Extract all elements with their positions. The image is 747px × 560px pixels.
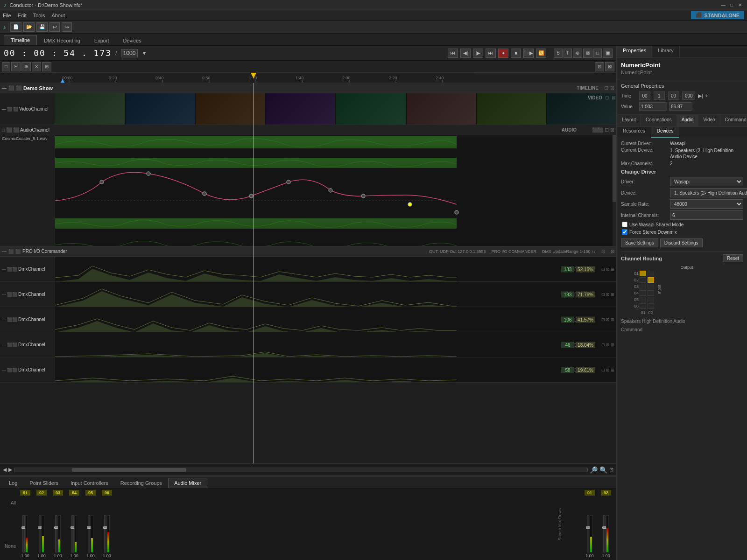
routing-cell-4-1[interactable] bbox=[648, 297, 654, 302]
timeline-ruler[interactable]: -0:18 00:00 0:20 0:40 0:60 1:20 1:40 2:0… bbox=[0, 73, 616, 83]
pro-io-ctrl[interactable]: ⊠ bbox=[611, 249, 614, 254]
time-h-field[interactable] bbox=[639, 91, 650, 100]
ac-expand[interactable]: ⊡ bbox=[605, 127, 609, 133]
dmx3-icons-more[interactable]: ⊞ bbox=[611, 317, 614, 322]
transport-stop[interactable]: ■ bbox=[511, 49, 521, 58]
tl-btn-4[interactable]: ✕ bbox=[32, 62, 41, 71]
group-collapse-btn[interactable]: — bbox=[2, 85, 7, 91]
routing-cell-5-0[interactable] bbox=[640, 303, 646, 309]
toolbar-btn-new[interactable]: 📄 bbox=[10, 22, 21, 32]
rpanel-command-lists-tab[interactable]: Command Lists bbox=[720, 115, 747, 126]
rpanel-tab-properties[interactable]: Properties bbox=[617, 46, 652, 57]
driver-select[interactable]: Wasapi ASIO DirectSound bbox=[670, 177, 743, 186]
tool-btn-4[interactable]: ⊠ bbox=[583, 49, 592, 58]
routing-cell-2-0[interactable] bbox=[640, 284, 646, 289]
time-s-field[interactable] bbox=[668, 91, 679, 100]
bottom-tab-input-controllers[interactable]: Input Controllers bbox=[64, 478, 114, 488]
tl-btn-2[interactable]: ✂ bbox=[11, 62, 21, 71]
ac-mix-icon[interactable]: ⬛⬛ bbox=[592, 127, 603, 133]
routing-reset-btn[interactable]: Reset bbox=[723, 254, 743, 262]
pro-io-collapse[interactable]: — bbox=[2, 249, 7, 254]
resources-subtab[interactable]: Resources bbox=[617, 127, 651, 138]
zoom-fit-btn[interactable]: ⊡ bbox=[609, 467, 613, 473]
routing-cell-5-1[interactable] bbox=[648, 303, 654, 309]
routing-cell-4-0[interactable] bbox=[640, 297, 646, 302]
ac-ctrl[interactable]: ⊠ bbox=[610, 127, 614, 133]
transport-to-start[interactable]: ⏮ bbox=[448, 49, 458, 58]
force-stereo-checkbox[interactable] bbox=[622, 229, 627, 235]
close-btn[interactable]: ✕ bbox=[737, 2, 743, 8]
dmx4-icons-expand[interactable]: ⊡ bbox=[601, 343, 605, 347]
routing-cell-0-1[interactable] bbox=[648, 271, 654, 276]
tool-btn-2[interactable]: T bbox=[564, 49, 572, 58]
dmx4-toggle[interactable]: — bbox=[2, 343, 6, 347]
zoom-out-btn[interactable]: 🔎 bbox=[590, 466, 598, 474]
dmx5-icons-expand[interactable]: ⊡ bbox=[601, 368, 605, 372]
horizontal-scrollbar[interactable] bbox=[14, 468, 588, 472]
tl-btn-1[interactable]: □ bbox=[2, 62, 10, 71]
tl-btn-collapse[interactable]: ⊠ bbox=[605, 62, 614, 71]
rpanel-layout-tab[interactable]: Layout bbox=[617, 115, 641, 126]
tool-btn-1[interactable]: S bbox=[554, 49, 563, 58]
rate-display[interactable]: 1000 bbox=[121, 49, 138, 57]
minimize-btn[interactable]: — bbox=[720, 2, 726, 8]
menu-tools[interactable]: Tools bbox=[33, 13, 45, 18]
menu-file[interactable]: File bbox=[3, 13, 11, 18]
pro-io-expand[interactable]: ⊡ bbox=[601, 249, 605, 254]
tl-btn-expand[interactable]: ⊡ bbox=[595, 62, 604, 71]
scroll-next-btn[interactable]: ▶ bbox=[8, 467, 12, 473]
dmx5-icons-more[interactable]: ⊞ bbox=[611, 368, 614, 372]
value-field-2[interactable] bbox=[669, 102, 692, 111]
transport-snap[interactable]: ⬛▶ bbox=[523, 49, 534, 58]
tab-export[interactable]: Export bbox=[87, 35, 116, 45]
transport-next[interactable]: |▶ bbox=[473, 49, 483, 58]
tab-devices[interactable]: Devices bbox=[116, 35, 148, 45]
transport-record[interactable]: ● bbox=[498, 49, 508, 58]
tool-btn-5[interactable]: □ bbox=[593, 49, 602, 58]
ac-power-btn[interactable]: □ bbox=[2, 127, 5, 133]
devices-subtab[interactable]: Devices bbox=[651, 127, 680, 138]
tab-timeline[interactable]: Timeline bbox=[4, 35, 37, 45]
routing-cell-0-0[interactable] bbox=[640, 271, 646, 276]
discard-settings-btn[interactable]: Discard Settings bbox=[660, 238, 703, 247]
maximize-btn[interactable]: □ bbox=[728, 2, 735, 8]
dmx5-toggle[interactable]: — bbox=[2, 368, 6, 372]
tl-expand-btn[interactable]: ⊡ bbox=[604, 85, 608, 91]
dmx4-icons-more[interactable]: ⊞ bbox=[611, 343, 614, 347]
dmx3-toggle[interactable]: — bbox=[2, 317, 6, 322]
rpanel-audio-tab[interactable]: Audio bbox=[677, 115, 699, 126]
dmx1-toggle[interactable]: — bbox=[2, 267, 6, 272]
bottom-tab-point-sliders[interactable]: Point Sliders bbox=[23, 478, 64, 488]
routing-cell-1-1[interactable] bbox=[648, 277, 654, 283]
toolbar-btn-undo[interactable]: ↩ bbox=[49, 22, 60, 32]
toolbar-btn-open[interactable]: 📂 bbox=[23, 22, 35, 32]
dmx2-toggle[interactable]: — bbox=[2, 292, 6, 297]
dmx1-icons-more[interactable]: ⊞ bbox=[611, 267, 614, 272]
bottom-tab-log[interactable]: Log bbox=[3, 478, 23, 488]
toolbar-icon-1[interactable]: ♪ bbox=[3, 23, 6, 31]
tl-btn-5[interactable]: ⊞ bbox=[42, 62, 51, 71]
internal-channels-input[interactable] bbox=[670, 210, 743, 220]
routing-cell-1-0[interactable] bbox=[640, 277, 646, 283]
dmx1-icons-expand[interactable]: ⊡ bbox=[601, 267, 605, 272]
audio-waveform-area[interactable] bbox=[55, 135, 616, 246]
time-ms-field[interactable] bbox=[682, 91, 695, 100]
value-field-1[interactable] bbox=[639, 102, 667, 111]
rpanel-connections-tab[interactable]: Connections bbox=[641, 115, 677, 126]
tl-btn-3[interactable]: ⊕ bbox=[21, 62, 31, 71]
save-settings-btn[interactable]: Save Settings bbox=[621, 238, 658, 247]
bottom-tab-recording-groups[interactable]: Recording Groups bbox=[114, 478, 168, 488]
menu-edit[interactable]: Edit bbox=[18, 13, 27, 18]
routing-cell-3-1[interactable] bbox=[648, 290, 654, 296]
rpanel-video-tab[interactable]: Video bbox=[698, 115, 720, 126]
video-expand-btn[interactable]: ⊡ bbox=[605, 95, 609, 100]
scroll-prev-btn[interactable]: ◀ bbox=[3, 467, 7, 473]
toolbar-btn-save[interactable]: 💾 bbox=[36, 22, 48, 32]
transport-to-end[interactable]: ⏭ bbox=[486, 49, 496, 58]
wasapi-shared-checkbox[interactable] bbox=[622, 222, 627, 227]
zoom-in-btn[interactable]: 🔍 bbox=[599, 466, 607, 474]
dmx3-icons-ctrl[interactable]: ⊠ bbox=[606, 317, 610, 322]
time-add-btn[interactable]: + bbox=[705, 93, 708, 98]
dmx2-icons-ctrl[interactable]: ⊠ bbox=[606, 292, 610, 297]
video-ctrl-btn[interactable]: ⊠ bbox=[612, 95, 615, 100]
